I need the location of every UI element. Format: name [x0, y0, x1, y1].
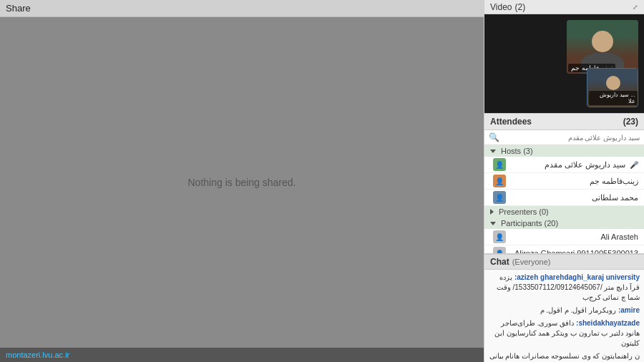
- collapse-participants-icon: [490, 222, 496, 225]
- chat-title: Chat: [490, 257, 509, 267]
- hosts-section-header[interactable]: Hosts (3): [484, 145, 644, 157]
- share-header: Share: [0, 0, 484, 17]
- chat-message-2: amire: رویکرمار اقول. م اقول. م: [489, 305, 640, 315]
- chat-header: Chat (Everyone): [484, 255, 644, 270]
- nothing-shared-text: Nothing is being shared.: [188, 177, 296, 188]
- right-panel: Video (2) ⤢ زینب‌فاطمه جم: [484, 0, 644, 362]
- attendees-list: Hosts (3) 👤 سید داریوش علائی مقدم 🎤 👤 زی…: [484, 145, 644, 253]
- host-name-2: زینب‌فاطمه جم: [510, 177, 638, 186]
- chat-sender-2: amire:: [618, 306, 640, 314]
- chat-text-2: رویکرمار اقول. م اقول. م: [540, 306, 617, 314]
- share-panel: Share Nothing is being shared. montazeri…: [0, 0, 484, 362]
- expand-icon[interactable]: ⤢: [633, 4, 638, 11]
- host-avatar-3: 👤: [493, 191, 506, 204]
- host-item-3: 👤 محمد سلطانی: [484, 190, 644, 206]
- video-header-left: Video (2): [490, 2, 525, 12]
- attendees-section: Attendees (23) 🔍 Hosts (3) 👤 سید داریوش …: [484, 113, 644, 253]
- presenters-section-header[interactable]: Presenters (0): [484, 206, 644, 217]
- presenters-label: Presenters (0): [499, 207, 549, 216]
- participants-section-header[interactable]: Participants (20): [484, 217, 644, 229]
- chat-message-1: azizeh gharehdaghi_karaj university: یزد…: [489, 273, 640, 303]
- video-participant-main: زینب‌فاطمه جم: [567, 20, 638, 74]
- host-item-1: 👤 سید داریوش علائی مقدم 🎤: [484, 157, 644, 173]
- video-content: زینب‌فاطمه جم ... سید داریوش علا: [484, 14, 644, 113]
- participant-avatar-2: 👤: [493, 247, 506, 253]
- chat-sender-3: sheidakhayatzade:: [576, 319, 640, 327]
- share-title: Share: [6, 3, 31, 14]
- search-icon: 🔍: [489, 132, 499, 142]
- host-avatar-1: 👤: [493, 158, 506, 171]
- attendees-count: (23): [623, 117, 638, 127]
- host-name-1: سید داریوش علائی مقدم: [510, 160, 625, 170]
- mic-icon-1: 🎤: [630, 161, 638, 169]
- chat-text-4: ن راهنمایتون که وی نسلسوجه مصانرات هانام…: [489, 352, 640, 362]
- participant-name-1: Ali Arasteh: [510, 233, 638, 241]
- main-container: Share Nothing is being shared. montazeri…: [0, 0, 644, 362]
- face-circle-small: [606, 76, 620, 90]
- participant-item-1: 👤 Ali Arasteh: [484, 229, 644, 245]
- video-label-small: ... سید داریوش علا: [589, 91, 638, 105]
- attendees-search-input[interactable]: [502, 134, 640, 142]
- video-title: Video: [490, 2, 512, 12]
- footer-url: montazeri.lvu.ac.ir: [6, 351, 69, 359]
- chat-messages: azizeh gharehdaghi_karaj university: یزد…: [484, 270, 644, 362]
- host-item-2: 👤 زینب‌فاطمه جم: [484, 173, 644, 190]
- video-count: (2): [514, 2, 525, 12]
- attendees-search-bar[interactable]: 🔍: [484, 130, 644, 145]
- chat-audience: (Everyone): [512, 258, 551, 266]
- host-avatar-2: 👤: [493, 175, 506, 187]
- hosts-label: Hosts (3): [501, 147, 533, 155]
- face-circle-main: [592, 31, 613, 52]
- chat-sender-1: azizeh gharehdaghi_karaj university:: [514, 273, 640, 281]
- collapse-hosts-icon: [490, 150, 496, 153]
- expand-presenters-icon: [490, 209, 494, 215]
- chat-message-4: ن راهنمایتون که وی نسلسوجه مصانرات هانام…: [489, 351, 640, 362]
- chat-section: Chat (Everyone) azizeh gharehdaghi_karaj…: [484, 253, 644, 362]
- video-participant-small: ... سید داریوش علا: [587, 68, 638, 107]
- chat-message-3: sheidakhayatzade: دافق سوری. طرای‌صاجر ه…: [489, 318, 640, 348]
- video-section: Video (2) ⤢ زینب‌فاطمه جم: [484, 0, 644, 113]
- participant-item-2: 👤 Alireza Ghamsari 99110055300013: [484, 245, 644, 253]
- attendees-title: Attendees: [490, 117, 532, 127]
- participants-label: Participants (20): [501, 219, 558, 228]
- host-name-3: محمد سلطانی: [510, 193, 638, 202]
- share-footer: montazeri.lvu.ac.ir: [0, 348, 484, 362]
- video-header: Video (2) ⤢: [484, 0, 644, 14]
- share-content: Nothing is being shared.: [0, 17, 484, 348]
- attendees-header: Attendees (23): [484, 114, 644, 130]
- participant-avatar-1: 👤: [493, 230, 506, 243]
